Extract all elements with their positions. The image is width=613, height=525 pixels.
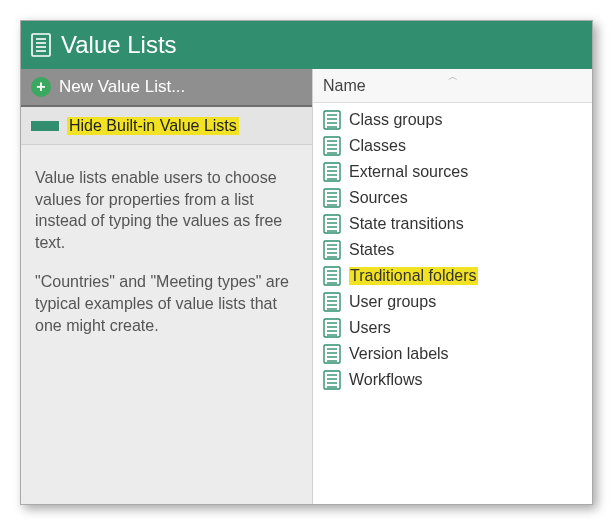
value-list-item-icon bbox=[323, 370, 341, 390]
value-list-item-icon bbox=[323, 214, 341, 234]
value-list-icon bbox=[31, 33, 51, 57]
value-list-item-icon bbox=[323, 266, 341, 286]
column-header-name[interactable]: ︿ Name bbox=[313, 69, 592, 103]
svg-rect-35 bbox=[324, 267, 340, 285]
value-list-item-icon bbox=[323, 292, 341, 312]
list-item-label: State transitions bbox=[349, 215, 464, 233]
list-item[interactable]: Traditional folders bbox=[313, 263, 592, 289]
list-item[interactable]: Users bbox=[313, 315, 592, 341]
svg-rect-40 bbox=[324, 293, 340, 311]
svg-rect-0 bbox=[32, 34, 50, 56]
content-area: + New Value List... Hide Built-in Value … bbox=[21, 69, 592, 504]
value-list-item-icon bbox=[323, 110, 341, 130]
value-list-item-icon bbox=[323, 318, 341, 338]
value-list-item-icon bbox=[323, 240, 341, 260]
list-item-label: Users bbox=[349, 319, 391, 337]
plus-icon: + bbox=[31, 77, 51, 97]
list-item-label: User groups bbox=[349, 293, 436, 311]
value-lists-window: Value Lists + New Value List... Hide Bui… bbox=[20, 20, 593, 505]
svg-rect-45 bbox=[324, 319, 340, 337]
toggle-swatch-icon bbox=[31, 121, 59, 131]
svg-rect-55 bbox=[324, 371, 340, 389]
description-panel: Value lists enable users to choose value… bbox=[21, 145, 312, 364]
list-item-label: Class groups bbox=[349, 111, 442, 129]
list-item[interactable]: Workflows bbox=[313, 367, 592, 393]
list-item[interactable]: States bbox=[313, 237, 592, 263]
list-item[interactable]: User groups bbox=[313, 289, 592, 315]
list-item-label: Workflows bbox=[349, 371, 423, 389]
left-pane: + New Value List... Hide Built-in Value … bbox=[21, 69, 313, 504]
hide-builtin-label: Hide Built-in Value Lists bbox=[67, 117, 239, 135]
new-value-list-label: New Value List... bbox=[59, 77, 185, 97]
svg-rect-30 bbox=[324, 241, 340, 259]
list-item[interactable]: Class groups bbox=[313, 107, 592, 133]
list-item[interactable]: Version labels bbox=[313, 341, 592, 367]
column-header-label: Name bbox=[323, 77, 366, 95]
sort-ascending-icon: ︿ bbox=[448, 70, 458, 84]
titlebar: Value Lists bbox=[21, 21, 592, 69]
value-list-item-icon bbox=[323, 162, 341, 182]
svg-rect-50 bbox=[324, 345, 340, 363]
list-item-label: Traditional folders bbox=[349, 267, 478, 285]
value-list-item-icon bbox=[323, 188, 341, 208]
hide-builtin-toggle[interactable]: Hide Built-in Value Lists bbox=[21, 107, 312, 145]
list-item[interactable]: Sources bbox=[313, 185, 592, 211]
page-title: Value Lists bbox=[61, 31, 177, 59]
right-pane: ︿ Name Class groupsClassesExternal sourc… bbox=[313, 69, 592, 504]
list-item[interactable]: State transitions bbox=[313, 211, 592, 237]
list-item-label: Classes bbox=[349, 137, 406, 155]
description-paragraph-1: Value lists enable users to choose value… bbox=[35, 167, 298, 253]
list-item-label: External sources bbox=[349, 163, 468, 181]
value-list-item-icon bbox=[323, 136, 341, 156]
value-list-items: Class groupsClassesExternal sourcesSourc… bbox=[313, 103, 592, 504]
list-item-label: Sources bbox=[349, 189, 408, 207]
list-item-label: Version labels bbox=[349, 345, 449, 363]
description-paragraph-2: "Countries" and "Meeting types" are typi… bbox=[35, 271, 298, 336]
value-list-item-icon bbox=[323, 344, 341, 364]
list-item[interactable]: Classes bbox=[313, 133, 592, 159]
list-item[interactable]: External sources bbox=[313, 159, 592, 185]
list-item-label: States bbox=[349, 241, 394, 259]
new-value-list-button[interactable]: + New Value List... bbox=[21, 69, 312, 107]
